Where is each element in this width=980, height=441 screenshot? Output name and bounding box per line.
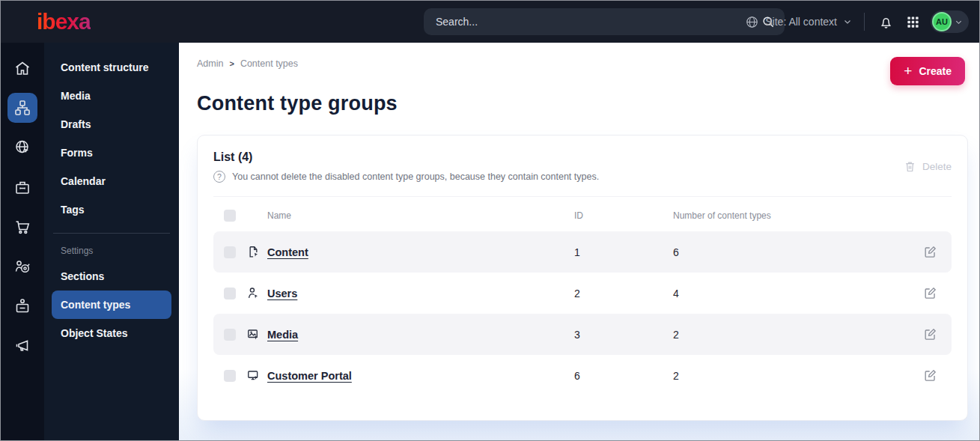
row-checkbox[interactable] [224,288,236,299]
site-context-label: Site: All context [765,16,837,28]
sidebar-item-content[interactable] [7,93,37,123]
delete-button-label: Delete [922,161,952,172]
avatar: AU [932,12,952,31]
edit-button[interactable] [919,243,941,261]
content-type-groups-card: List (4) ? You cannot delete the disable… [197,135,968,421]
group-link[interactable]: Media [267,329,298,341]
sidebar-item-calendar[interactable]: Calendar [52,167,171,195]
content-type-groups-table: Name ID Number of content types Content … [213,196,952,396]
cart-icon [13,218,31,236]
group-link[interactable]: Content [267,246,308,258]
sidebar-item-content-structure[interactable]: Content structure [52,53,171,82]
monitor-edit-icon [246,368,267,383]
search-input[interactable] [424,8,785,35]
table-header-row: Name ID Number of content types [213,200,952,231]
file-edit-icon [246,245,267,259]
sidebar-item-object-states[interactable]: Object States [52,319,171,347]
sidebar-item-dashboard[interactable] [7,53,37,83]
sidebar-item-tags[interactable]: Tags [52,195,171,224]
page-title: Content type groups [197,92,968,115]
column-header-name: Name [267,210,574,221]
personalization-target-icon [13,258,31,276]
topbar-controls: Site: All context AU [745,1,969,43]
row-checkbox[interactable] [224,370,236,382]
edit-button[interactable] [919,285,941,302]
chevron-down-icon [843,17,852,26]
plus-icon: + [904,64,912,78]
sidebar-divider [53,233,170,234]
sidebar-item-site[interactable] [7,133,37,162]
create-button-label: Create [919,65,952,77]
edit-button[interactable] [919,326,941,343]
sidebar-item-marketing[interactable] [7,331,37,361]
ibexa-logo[interactable]: ibexa [37,10,91,33]
notifications-button[interactable] [877,13,895,31]
group-link[interactable]: Customer Portal [267,370,352,382]
sidebar-section-settings: Settings [52,243,171,262]
table-row: Media 3 2 [213,314,952,355]
breadcrumb-item-content-types: Content types [240,58,298,69]
topbar-divider [864,13,865,31]
group-count: 2 [673,370,919,382]
row-checkbox[interactable] [224,246,236,258]
breadcrumb: Admin > Content types [197,58,968,69]
site-globe-icon [13,139,31,156]
bell-icon [878,14,894,30]
home-icon [13,59,31,77]
group-count: 4 [673,288,919,299]
megaphone-icon [13,337,31,355]
group-link[interactable]: Users [267,288,297,299]
sidebar-item-forms[interactable]: Forms [52,139,171,167]
group-id: 1 [574,246,673,258]
icon-rail [1,43,44,440]
column-header-id: ID [574,210,673,221]
group-id: 6 [574,370,673,382]
secondary-sidebar: Content structure Media Drafts Forms Cal… [44,43,179,440]
list-title: List (4) [213,150,599,164]
edit-button[interactable] [919,367,941,384]
delete-button[interactable]: Delete [904,160,952,173]
sidebar-item-drafts[interactable]: Drafts [52,110,171,139]
sidebar-item-personalization[interactable] [7,252,37,282]
table-row: Users 2 4 [213,273,952,314]
row-checkbox[interactable] [224,329,236,341]
trash-icon [904,160,916,173]
site-context-selector[interactable]: Site: All context [745,15,852,29]
company-badge-icon [13,297,31,315]
sidebar-item-media[interactable]: Media [52,82,171,110]
image-edit-icon [246,327,267,341]
user-edit-icon [246,286,267,300]
sidebar-item-commerce[interactable] [7,212,37,242]
top-bar: ibexa Site: All context [1,1,979,43]
global-search [424,8,785,35]
breadcrumb-item-admin[interactable]: Admin [197,58,223,69]
sidebar-item-sections[interactable]: Sections [52,262,171,291]
globe-icon [745,15,759,29]
sidebar-item-products[interactable] [7,172,37,202]
app-window: ibexa Site: All context [0,0,980,441]
sidebar-item-content-types[interactable]: Content types [52,291,171,319]
column-header-count: Number of content types [673,210,919,221]
list-hint: ? You cannot delete the disabled content… [213,171,599,183]
list-hint-text: You cannot delete the disabled content t… [232,171,599,182]
group-count: 2 [673,329,919,341]
chevron-down-icon [955,18,963,26]
table-row: Customer Portal 6 2 [213,355,952,396]
create-button[interactable]: + Create [890,57,965,85]
main-content: Admin > Content types + Create Content t… [179,43,979,440]
select-all-checkbox[interactable] [224,210,236,222]
sidebar-item-company[interactable] [7,291,37,321]
group-id: 3 [574,329,673,341]
table-row: Content 1 6 [213,231,952,273]
content-tree-icon [13,99,31,117]
help-icon: ? [213,171,225,183]
group-count: 6 [673,246,919,258]
app-grid-icon [906,15,920,29]
product-box-icon [13,178,31,196]
breadcrumb-separator: > [229,59,234,68]
group-id: 2 [574,288,673,299]
app-switcher-button[interactable] [904,13,922,31]
user-menu[interactable]: AU [931,10,969,33]
